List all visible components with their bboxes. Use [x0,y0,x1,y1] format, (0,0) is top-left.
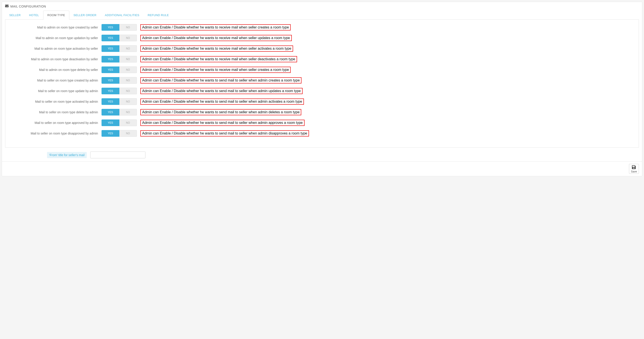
yes-no-toggle: YESNO [102,98,137,105]
toggle-no[interactable]: NO [120,77,137,84]
setting-row: Mail to seller on room type disapproved … [10,130,634,137]
toggle-no[interactable]: NO [120,109,137,116]
setting-label: Mail to seller on room type created by a… [10,79,98,82]
setting-annotation: Admin can Enable / Disable whether he wa… [140,24,291,31]
setting-label: Mail to seller on room type disapproved … [10,132,98,135]
setting-row: Mail to seller on room type approved by … [10,120,634,126]
toggle-no[interactable]: NO [120,120,137,126]
panel-header: MAIL CONFIGURATION [2,2,642,11]
setting-label: Mail to seller on room type approved by … [10,121,98,125]
yes-no-toggle: YESNO [102,130,137,137]
toggle-yes[interactable]: YES [102,98,120,105]
yes-no-toggle: YESNO [102,35,137,41]
setting-annotation: Admin can Enable / Disable whether he wa… [140,130,309,137]
toggle-no[interactable]: NO [120,130,137,137]
yes-no-toggle: YESNO [102,67,137,73]
setting-label: Mail to seller on room type activated by… [10,100,98,103]
toggle-yes[interactable]: YES [102,130,120,137]
mail-config-panel: MAIL CONFIGURATION SELLERHOTELROOM TYPES… [2,2,642,176]
setting-annotation: Admin can Enable / Disable whether he wa… [140,35,292,41]
setting-label: Mail to admin on room type activation by… [10,47,98,50]
setting-label: Mail to admin on room type deactivation … [10,58,98,61]
tabs: SELLERHOTELROOM TYPESELLER ORDERADDITION… [5,11,639,20]
yes-no-toggle: YESNO [102,88,137,94]
setting-row: Mail to admin on room type delete by sel… [10,67,634,73]
yes-no-toggle: YESNO [102,56,137,63]
from-title-row: 'From' title for seller's mail [5,152,639,158]
yes-no-toggle: YESNO [102,120,137,126]
toggle-yes[interactable]: YES [102,88,120,94]
tab-room-type[interactable]: ROOM TYPE [43,11,69,20]
yes-no-toggle: YESNO [102,77,137,84]
tab-content-room-type: Mail to admin on room type created by se… [5,20,639,148]
yes-no-toggle: YESNO [102,109,137,116]
from-title-label-wrap: 'From' title for seller's mail [5,152,87,158]
tab-refund-rule[interactable]: REFUND RULE [144,11,173,20]
toggle-no[interactable]: NO [120,67,137,73]
panel-title: MAIL CONFIGURATION [10,5,46,8]
envelope-icon [5,4,8,9]
panel-body: SELLERHOTELROOM TYPESELLER ORDERADDITION… [2,11,642,161]
toggle-no[interactable]: NO [120,56,137,63]
setting-annotation: Admin can Enable / Disable whether he wa… [140,46,293,52]
setting-annotation: Admin can Enable / Disable whether he wa… [140,109,301,116]
toggle-yes[interactable]: YES [102,109,120,116]
setting-label: Mail to admin on room type updation by s… [10,36,98,40]
tab-seller[interactable]: SELLER [5,11,25,20]
toggle-no[interactable]: NO [120,35,137,41]
setting-annotation: Admin can Enable / Disable whether he wa… [140,67,291,73]
setting-row: Mail to admin on room type updation by s… [10,35,634,41]
setting-label: Mail to seller on room type delete by ad… [10,110,98,114]
setting-annotation: Admin can Enable / Disable whether he wa… [140,77,302,84]
setting-annotation: Admin can Enable / Disable whether he wa… [140,88,302,94]
tab-seller-order[interactable]: SELLER ORDER [69,11,101,20]
yes-no-toggle: YESNO [102,24,137,31]
setting-row: Mail to seller on room type created by a… [10,77,634,84]
setting-row: Mail to admin on room type deactivation … [10,56,634,63]
setting-annotation: Admin can Enable / Disable whether he wa… [140,56,297,63]
setting-label: Mail to seller on room type update by ad… [10,89,98,93]
setting-row: Mail to admin on room type activation by… [10,45,634,52]
toggle-no[interactable]: NO [120,45,137,52]
tab-additional-facilities[interactable]: ADDITIONAL FACILITIES [101,11,144,20]
toggle-no[interactable]: NO [120,98,137,105]
setting-annotation: Admin can Enable / Disable whether he wa… [140,120,304,126]
toggle-yes[interactable]: YES [102,77,120,84]
panel-footer: Save [2,161,642,176]
toggle-no[interactable]: NO [120,24,137,31]
setting-label: Mail to admin on room type created by se… [10,26,98,29]
save-button[interactable]: Save [629,164,639,174]
save-icon [632,165,636,170]
toggle-yes[interactable]: YES [102,67,120,73]
from-title-input[interactable] [90,152,146,158]
setting-row: Mail to seller on room type delete by ad… [10,109,634,116]
toggle-no[interactable]: NO [120,88,137,94]
from-title-label: 'From' title for seller's mail [47,152,87,158]
toggle-yes[interactable]: YES [102,35,120,41]
toggle-yes[interactable]: YES [102,120,120,126]
setting-row: Mail to seller on room type update by ad… [10,88,634,94]
setting-annotation: Admin can Enable / Disable whether he wa… [140,99,304,105]
toggle-yes[interactable]: YES [102,24,120,31]
yes-no-toggle: YESNO [102,45,137,52]
setting-row: Mail to seller on room type activated by… [10,98,634,105]
setting-row: Mail to admin on room type created by se… [10,24,634,31]
setting-label: Mail to admin on room type delete by sel… [10,68,98,72]
toggle-yes[interactable]: YES [102,56,120,63]
save-button-label: Save [631,170,637,173]
tab-hotel[interactable]: HOTEL [25,11,43,20]
toggle-yes[interactable]: YES [102,45,120,52]
